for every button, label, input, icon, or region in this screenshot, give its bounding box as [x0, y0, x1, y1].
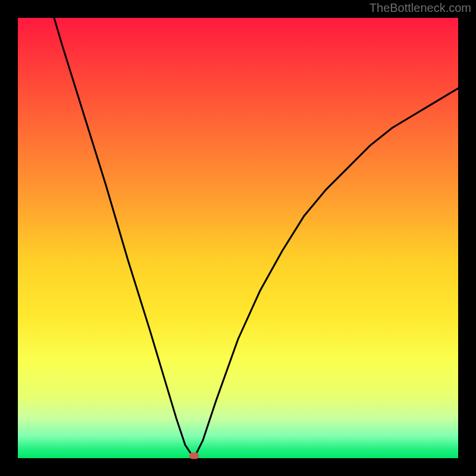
optimal-point-marker [189, 453, 199, 459]
bottleneck-curve [18, 18, 458, 458]
plot-area [18, 18, 458, 458]
watermark-text: TheBottleneck.com [369, 1, 471, 15]
